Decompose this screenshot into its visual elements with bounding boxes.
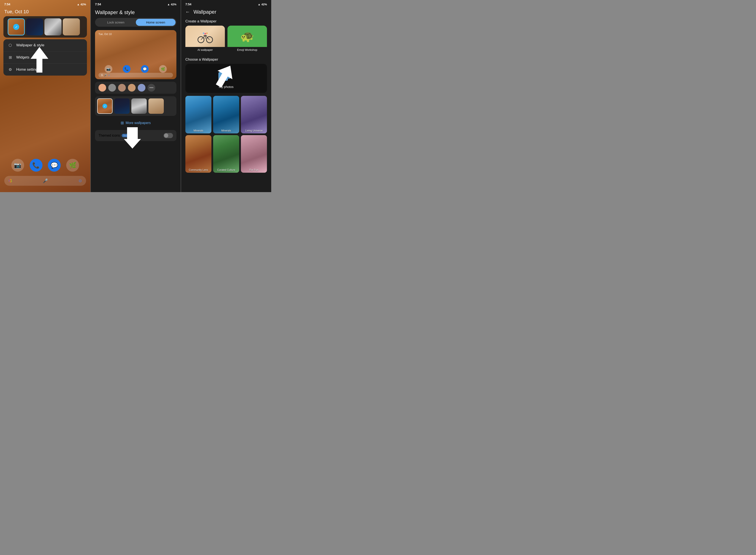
wallpaper-icon: ⬡ <box>8 43 13 48</box>
phone2-time: 7:54 <box>95 3 101 6</box>
phone1-time: 7:54 <box>4 3 10 6</box>
more-wallpapers-button[interactable]: ⊞ More wallpapers <box>95 118 176 128</box>
svg-point-9 <box>206 33 207 34</box>
category-curated-culture-label: Curated Culture <box>213 168 239 171</box>
app-icon-row: 📷 📞 💬 🌿 <box>0 159 90 176</box>
phone1-status-bar: 7:54 ▲ 42% <box>0 0 90 7</box>
swatch-warm[interactable] <box>128 84 135 92</box>
swatch-more-button[interactable]: ••• <box>148 84 155 92</box>
swatch-peach[interactable] <box>98 84 106 92</box>
category-minerals-1-label: Minerals <box>185 129 211 132</box>
choose-wallpaper-section-label: Choose a Wallpaper <box>181 56 271 64</box>
thumb-check-icon: ✓ <box>103 104 107 109</box>
thumb-gray-texture[interactable] <box>131 98 147 114</box>
thumb-current-selected[interactable]: ✓ <box>97 98 113 114</box>
thumb-dark-blue[interactable] <box>114 98 130 114</box>
phone1-wifi-icon: ▲ <box>77 3 80 6</box>
phone2-title: Wallpaper & style <box>91 7 181 18</box>
phone1-battery: 42% <box>81 3 86 6</box>
phone3-time: 7:54 <box>185 3 191 6</box>
category-community-lens[interactable]: Community Lens <box>185 135 211 173</box>
phone3-wifi-icon: ▲ <box>258 3 261 6</box>
svg-marker-1 <box>124 127 141 148</box>
phone2-color-swatches: ••• <box>95 82 176 94</box>
themed-icons-toggle[interactable] <box>164 133 173 138</box>
settings-icon: ⚙ <box>8 67 13 72</box>
category-minerals-2[interactable]: Minerals <box>213 96 239 133</box>
ai-wallpaper-image <box>185 26 225 47</box>
wallpaper-thumb-gray[interactable] <box>44 18 62 35</box>
gallery-icon: ⊞ <box>121 121 124 125</box>
category-curated-culture[interactable]: Curated Culture <box>213 135 239 173</box>
tab-home-screen[interactable]: Home screen <box>136 19 176 26</box>
arrow-indicator <box>28 47 49 74</box>
emoji-workshop-label: Emoji Workshop <box>228 47 267 53</box>
camera-app-icon[interactable]: 📷 <box>11 159 24 172</box>
svg-point-8 <box>204 33 206 35</box>
category-living-universe[interactable]: Living Universe <box>241 96 267 133</box>
category-for-fun[interactable]: For Fun <box>241 135 267 173</box>
thumb-checkmark: ✓ <box>13 24 19 30</box>
svg-point-10 <box>203 33 204 34</box>
preview-phone-icon: 📞 <box>123 65 130 73</box>
phone2-tabs: Lock screen Home screen <box>95 18 176 27</box>
emoji-workshop-image: 🐢 <box>228 26 267 47</box>
emoji-workshop-card[interactable]: 🐢 Emoji Workshop <box>228 26 267 53</box>
preview-mic-icon: 🎤 <box>104 74 107 76</box>
create-wallpaper-row: AI wallpaper 🐢 Emoji Workshop <box>181 26 271 53</box>
phone-app-icon[interactable]: 📞 <box>30 159 42 172</box>
wallpaper-thumb-cream[interactable] <box>63 18 80 35</box>
wallpaper-thumb-selected[interactable]: ✓ <box>8 18 25 35</box>
phone-3: 7:54 ▲ 42% ← Wallpaper Create a Wallpape… <box>181 0 271 192</box>
tab-lock-screen[interactable]: Lock screen <box>96 19 136 26</box>
swatch-blue-gray[interactable] <box>138 84 146 92</box>
back-button[interactable]: ← <box>185 9 190 15</box>
phone3-status-icons: ▲ 42% <box>258 3 267 6</box>
svg-line-4 <box>201 35 205 40</box>
phone1-status-icons: ▲ 42% <box>77 3 86 6</box>
preview-messages-icon: 💬 <box>141 65 149 73</box>
phone2-thumbnail-row: ✓ <box>95 96 176 116</box>
ai-wallpaper-label: AI wallpaper <box>185 47 225 53</box>
phone2-wifi-icon: ▲ <box>167 3 170 6</box>
messages-app-icon[interactable]: 💬 <box>48 159 61 172</box>
phone1-dock: 📷 📞 💬 🌿 G 🎤 ⊙ <box>0 159 90 192</box>
phone2-wallpaper-preview: Tue, Oct 10 📷 📞 💬 🌿 G 🎤 ⊙ <box>95 30 176 79</box>
phone3-header-title: Wallpaper <box>194 9 216 15</box>
more-wallpapers-label: More wallpapers <box>126 121 151 125</box>
phone3-battery: 42% <box>262 3 267 6</box>
voice-search-icon[interactable]: 🎤 <box>43 178 48 183</box>
menu-widgets-label: Widgets <box>16 55 29 59</box>
phone1-date: Tue, Oct 10 <box>0 7 90 16</box>
phone3-header: ← Wallpaper <box>181 7 271 17</box>
preview-photos-icon: 🌿 <box>159 65 167 73</box>
thumb-warm-tan[interactable] <box>149 98 164 114</box>
category-community-lens-label: Community Lens <box>185 168 211 171</box>
menu-wallpaper-label: Wallpaper & style <box>16 43 44 47</box>
widgets-icon: ⊞ <box>8 55 13 60</box>
svg-line-5 <box>205 35 209 40</box>
category-living-universe-label: Living Universe <box>241 129 267 132</box>
category-for-fun-label: For Fun <box>241 168 267 171</box>
phone1-search-bar[interactable]: G 🎤 ⊙ <box>4 176 86 186</box>
phone2-status-bar: 7:54 ▲ 42% <box>91 0 181 7</box>
phone-1: 7:54 ▲ 42% Tue, Oct 10 ✓ ⬡ Wallpaper & s… <box>0 0 90 192</box>
themed-icons-label: Themed icons <box>98 134 120 137</box>
phone-2: 7:54 ▲ 42% Wallpaper & style Lock screen… <box>90 0 181 192</box>
photos-app-icon[interactable]: 🌿 <box>66 159 79 172</box>
category-minerals-2-label: Minerals <box>213 129 239 132</box>
lens-search-icon[interactable]: ⊙ <box>79 178 82 183</box>
category-minerals-1[interactable]: Minerals <box>185 96 211 133</box>
create-wallpaper-section-label: Create a Wallpaper <box>181 17 271 26</box>
swatch-tan[interactable] <box>118 84 126 92</box>
phone2-preview-search: G 🎤 ⊙ <box>98 73 173 78</box>
preview-camera-icon: 📷 <box>105 65 112 73</box>
phone2-preview-date: Tue, Oct 10 <box>98 33 112 36</box>
ai-wallpaper-card[interactable]: AI wallpaper <box>185 26 225 53</box>
phone3-status-bar: 7:54 ▲ 42% <box>181 0 271 7</box>
phone2-status-icons: ▲ 42% <box>167 3 176 6</box>
preview-lens-icon: ⊙ <box>108 74 110 76</box>
wallpaper-thumb-dark[interactable] <box>26 18 43 35</box>
swatch-gray[interactable] <box>108 84 116 92</box>
phone2-arrow-indicator <box>124 127 141 150</box>
